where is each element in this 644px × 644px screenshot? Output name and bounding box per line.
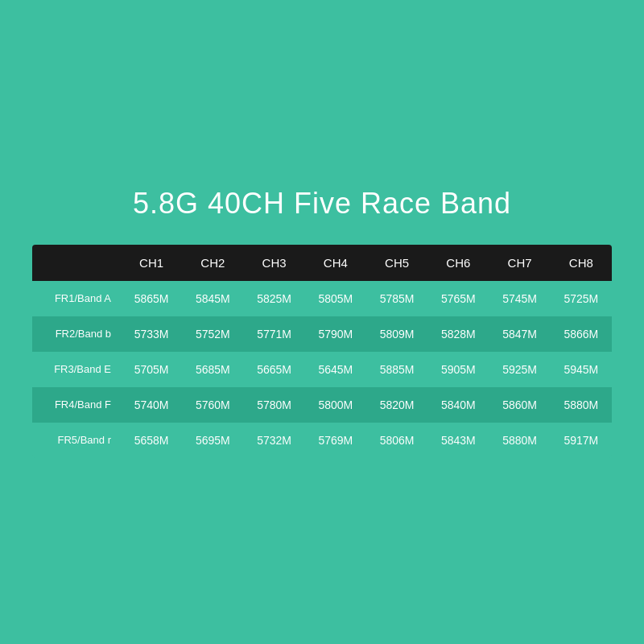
cell-row2-col0: 5705M xyxy=(121,352,182,387)
table-row: FR5/Band r5658M5695M5732M5769M5806M5843M… xyxy=(32,423,612,458)
cell-row1-col1: 5752M xyxy=(182,316,243,352)
header-ch3: CH3 xyxy=(244,245,305,281)
frequency-table-container: CH1CH2CH3CH4CH5CH6CH7CH8 FR1/Band A5865M… xyxy=(32,245,612,458)
cell-row1-col5: 5828M xyxy=(427,316,489,352)
cell-row3-col7: 5880M xyxy=(551,387,612,423)
cell-row3-col0: 5740M xyxy=(121,387,182,423)
cell-row0-col0: 5865M xyxy=(121,281,182,316)
row-label-3: FR4/Band F xyxy=(32,387,121,423)
cell-row0-col5: 5765M xyxy=(427,281,489,316)
cell-row2-col7: 5945M xyxy=(551,352,612,387)
cell-row4-col1: 5695M xyxy=(182,423,243,458)
cell-row1-col7: 5866M xyxy=(551,316,612,352)
cell-row0-col1: 5845M xyxy=(182,281,243,316)
cell-row1-col2: 5771M xyxy=(244,316,305,352)
header-ch7: CH7 xyxy=(489,245,551,281)
table-row: FR1/Band A5865M5845M5825M5805M5785M5765M… xyxy=(32,281,612,316)
cell-row2-col3: 5645M xyxy=(305,352,366,387)
cell-row0-col6: 5745M xyxy=(489,281,551,316)
table-row: FR2/Band b5733M5752M5771M5790M5809M5828M… xyxy=(32,316,612,352)
cell-row4-col3: 5769M xyxy=(305,423,366,458)
cell-row1-col0: 5733M xyxy=(121,316,182,352)
cell-row4-col5: 5843M xyxy=(427,423,489,458)
header-ch2: CH2 xyxy=(182,245,243,281)
page-title: 5.8G 40CH Five Race Band xyxy=(133,187,511,221)
cell-row3-col2: 5780M xyxy=(244,387,305,423)
header-ch5: CH5 xyxy=(366,245,427,281)
cell-row0-col3: 5805M xyxy=(305,281,366,316)
cell-row4-col0: 5658M xyxy=(121,423,182,458)
cell-row0-col4: 5785M xyxy=(366,281,427,316)
cell-row4-col4: 5806M xyxy=(366,423,427,458)
frequency-table: CH1CH2CH3CH4CH5CH6CH7CH8 FR1/Band A5865M… xyxy=(32,245,612,458)
cell-row1-col6: 5847M xyxy=(489,316,551,352)
header-label-cell xyxy=(32,245,121,281)
row-label-0: FR1/Band A xyxy=(32,281,121,316)
header-ch6: CH6 xyxy=(427,245,489,281)
table-row: FR4/Band F5740M5760M5780M5800M5820M5840M… xyxy=(32,387,612,423)
header-row: CH1CH2CH3CH4CH5CH6CH7CH8 xyxy=(32,245,612,281)
header-ch4: CH4 xyxy=(305,245,366,281)
table-row: FR3/Band E5705M5685M5665M5645M5885M5905M… xyxy=(32,352,612,387)
cell-row0-col2: 5825M xyxy=(244,281,305,316)
cell-row4-col7: 5917M xyxy=(551,423,612,458)
cell-row3-col1: 5760M xyxy=(182,387,243,423)
row-label-1: FR2/Band b xyxy=(32,316,121,352)
cell-row2-col4: 5885M xyxy=(366,352,427,387)
cell-row3-col4: 5820M xyxy=(366,387,427,423)
table-body: FR1/Band A5865M5845M5825M5805M5785M5765M… xyxy=(32,281,612,458)
cell-row3-col6: 5860M xyxy=(489,387,551,423)
cell-row2-col1: 5685M xyxy=(182,352,243,387)
cell-row2-col2: 5665M xyxy=(244,352,305,387)
header-ch1: CH1 xyxy=(121,245,182,281)
cell-row3-col5: 5840M xyxy=(427,387,489,423)
cell-row2-col5: 5905M xyxy=(427,352,489,387)
header-ch8: CH8 xyxy=(551,245,612,281)
cell-row1-col4: 5809M xyxy=(366,316,427,352)
row-label-4: FR5/Band r xyxy=(32,423,121,458)
row-label-2: FR3/Band E xyxy=(32,352,121,387)
cell-row1-col3: 5790M xyxy=(305,316,366,352)
cell-row0-col7: 5725M xyxy=(551,281,612,316)
cell-row3-col3: 5800M xyxy=(305,387,366,423)
cell-row4-col6: 5880M xyxy=(489,423,551,458)
cell-row4-col2: 5732M xyxy=(244,423,305,458)
table-header: CH1CH2CH3CH4CH5CH6CH7CH8 xyxy=(32,245,612,281)
cell-row2-col6: 5925M xyxy=(489,352,551,387)
